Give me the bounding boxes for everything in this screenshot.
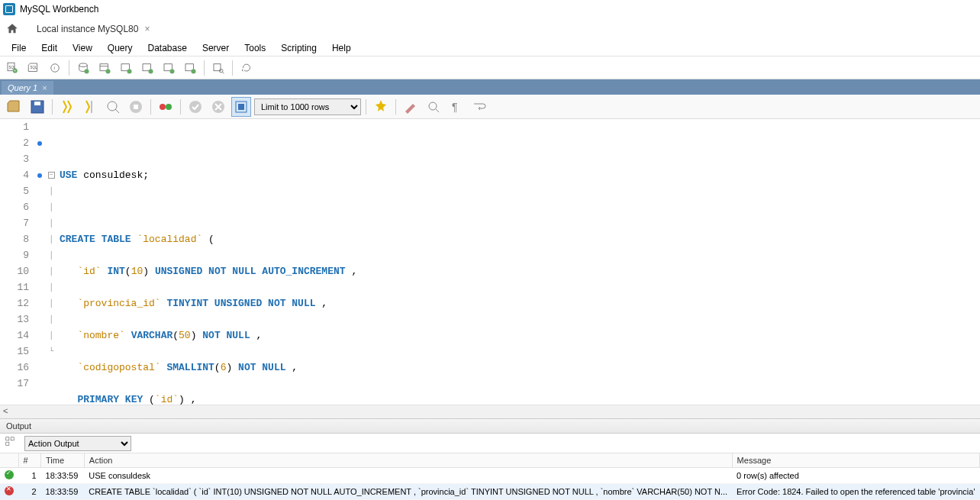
svg-point-11	[106, 69, 111, 73]
wrap-icon[interactable]	[469, 97, 489, 117]
close-icon[interactable]: ×	[144, 24, 150, 34]
svg-point-15	[149, 69, 153, 73]
create-view-icon[interactable]	[117, 59, 135, 77]
output-col-num[interactable]: #	[18, 453, 41, 468]
beautify-icon[interactable]	[371, 97, 391, 117]
menu-server[interactable]: Server	[195, 41, 236, 55]
toggle-invisible-icon[interactable]: ¶	[446, 97, 466, 117]
menu-database[interactable]: Database	[141, 41, 194, 55]
code-line: `codigopostal` SMALLINT(6) NOT NULL ,	[60, 360, 980, 376]
editor-toolbar: Limit to 1000 rows ¶	[0, 95, 980, 119]
svg-rect-24	[34, 102, 40, 105]
rollback-icon[interactable]	[208, 97, 228, 117]
menu-edit[interactable]: Edit	[34, 41, 64, 55]
close-icon[interactable]: ×	[42, 83, 47, 92]
search-table-data-icon[interactable]	[209, 59, 227, 77]
output-grid-icon[interactable]	[5, 436, 20, 451]
commit-icon[interactable]	[185, 97, 205, 117]
statement-marker-icon	[37, 173, 42, 178]
output-panel-header: Output	[0, 418, 980, 434]
inspector-icon[interactable]: i	[46, 59, 64, 77]
toggle-limit-icon[interactable]	[231, 97, 251, 117]
horizontal-scrollbar[interactable]: <	[0, 405, 980, 418]
output-col-status[interactable]	[0, 453, 18, 468]
svg-point-17	[170, 69, 175, 73]
svg-text:SQL: SQL	[31, 65, 38, 69]
error-icon	[5, 486, 14, 495]
output-cell-num: 2	[18, 484, 41, 500]
connection-tab-label: Local instance MySQL80	[37, 24, 138, 34]
main-toolbar: SQL+ SQL i	[0, 56, 980, 79]
connection-tab-row: Local instance MySQL80 ×	[0, 18, 980, 40]
output-table: # Time Action Message 1 18:33:59 USE con…	[0, 453, 980, 500]
output-cell-time: 18:33:59	[41, 484, 85, 500]
output-col-action[interactable]: Action	[84, 453, 732, 468]
sql-editor[interactable]: 1234 5678 9101112 13141516 17 − ││││ │││…	[0, 119, 980, 405]
svg-point-7	[79, 63, 88, 67]
output-controls: Action Output	[0, 434, 980, 453]
connection-tab[interactable]: Local instance MySQL80 ×	[31, 21, 156, 37]
query-tab[interactable]: Query 1 ×	[2, 81, 53, 95]
separator	[204, 60, 205, 76]
menu-help[interactable]: Help	[325, 41, 358, 55]
scroll-left-icon[interactable]: <	[3, 406, 8, 415]
toggle-autocommit-icon[interactable]	[156, 97, 176, 117]
output-col-time[interactable]: Time	[41, 453, 85, 468]
svg-point-5	[51, 63, 60, 72]
svg-point-13	[127, 69, 132, 73]
create-procedure-icon[interactable]	[138, 59, 156, 77]
code-area[interactable]: USE consuldesk; CREATE TABLE `localidad`…	[56, 119, 980, 405]
success-icon	[5, 470, 14, 479]
svg-rect-29	[134, 105, 138, 109]
menu-query[interactable]: Query	[101, 41, 140, 55]
menu-file[interactable]: File	[5, 41, 33, 55]
menu-view[interactable]: View	[66, 41, 99, 55]
separator	[150, 99, 151, 115]
svg-point-30	[160, 104, 166, 110]
statement-marker-icon	[37, 141, 42, 146]
menu-scripting[interactable]: Scripting	[274, 41, 324, 55]
svg-text:¶: ¶	[452, 101, 458, 113]
reconnect-icon[interactable]	[237, 59, 256, 77]
code-line: USE consuldesk;	[60, 167, 980, 183]
separator	[180, 99, 181, 115]
fold-collapse-icon[interactable]: −	[48, 172, 55, 179]
output-cell-action: CREATE TABLE `localidad` ( `id` INT(10) …	[84, 484, 732, 500]
separator	[366, 99, 366, 115]
output-row[interactable]: 2 18:33:59 CREATE TABLE `localidad` ( `i…	[0, 484, 980, 500]
output-type-select[interactable]: Action Output	[24, 436, 131, 451]
find-icon[interactable]	[424, 97, 443, 117]
output-cell-num: 1	[18, 468, 41, 484]
output-row[interactable]: 1 18:33:59 USE consuldesk 0 row(s) affec…	[0, 468, 980, 484]
create-table-icon[interactable]	[95, 59, 114, 77]
execute-icon[interactable]	[57, 97, 77, 117]
svg-point-8	[85, 69, 89, 73]
code-line: CREATE TABLE `localidad` (	[60, 231, 980, 247]
menu-tools[interactable]: Tools	[237, 41, 272, 55]
home-icon[interactable]	[5, 21, 20, 37]
stop-icon[interactable]	[126, 97, 146, 117]
query-tab-label: Query 1	[8, 83, 37, 92]
save-icon[interactable]	[27, 97, 47, 117]
svg-rect-35	[238, 104, 244, 110]
svg-line-37	[436, 109, 439, 112]
new-sql-tab-icon[interactable]: SQL+	[3, 59, 21, 77]
open-sql-file-icon[interactable]: SQL	[24, 59, 43, 77]
execute-current-icon[interactable]	[80, 97, 100, 117]
limit-rows-select[interactable]: Limit to 1000 rows	[254, 98, 361, 115]
code-line: `id` INT(10) UNSIGNED NOT NULL AUTO_INCR…	[60, 263, 980, 279]
create-schema-icon[interactable]	[74, 59, 92, 77]
open-file-icon[interactable]	[5, 97, 24, 117]
output-header-row: # Time Action Message	[0, 453, 980, 468]
svg-rect-41	[6, 442, 9, 445]
explain-icon[interactable]	[103, 97, 123, 117]
svg-line-22	[222, 72, 224, 73]
create-function-icon[interactable]	[160, 59, 178, 77]
output-col-message[interactable]: Message	[732, 453, 979, 468]
svg-text:i: i	[54, 66, 55, 70]
line-number-gutter: 1234 5678 9101112 13141516 17	[0, 119, 34, 405]
marker-column	[34, 119, 46, 405]
code-line	[60, 135, 980, 151]
create-user-icon[interactable]	[181, 59, 199, 77]
brush-icon[interactable]	[401, 97, 421, 117]
